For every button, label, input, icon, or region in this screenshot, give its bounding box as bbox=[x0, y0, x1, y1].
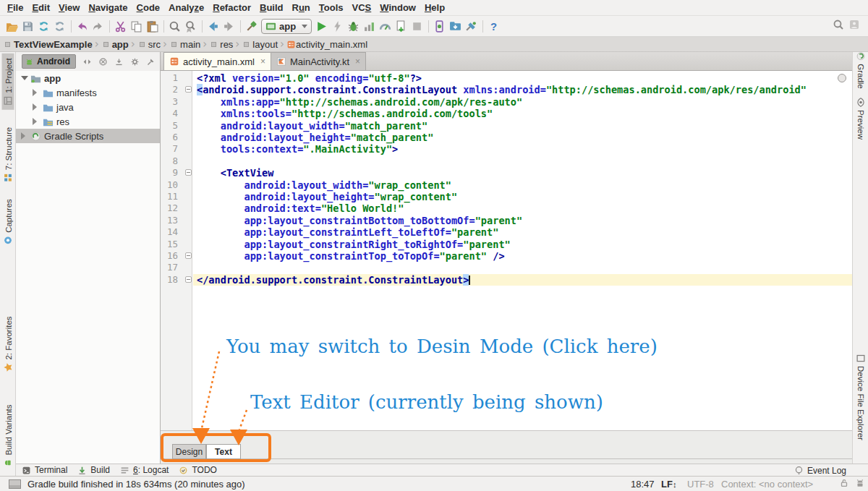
lock-indicator[interactable] bbox=[839, 478, 849, 490]
tool-window-toggle-icon[interactable] bbox=[9, 479, 21, 489]
menu-code[interactable]: Code bbox=[132, 2, 165, 13]
editor-gutter: 123456789101112131415161718 bbox=[161, 71, 192, 430]
tree-item-manifests[interactable]: manifests bbox=[16, 85, 160, 100]
stripe--project[interactable]: 1: Project bbox=[2, 54, 14, 110]
apply-changes-button[interactable] bbox=[331, 20, 344, 33]
event-log-button[interactable]: Event Log bbox=[794, 464, 846, 477]
menu-view[interactable]: View bbox=[54, 2, 84, 13]
tree-expand-arrow[interactable] bbox=[21, 132, 25, 140]
menu-run[interactable]: Run bbox=[288, 2, 315, 13]
help-button[interactable]: ? bbox=[488, 20, 500, 33]
refresh-button[interactable] bbox=[54, 20, 66, 33]
breadcrumb-src[interactable]: src bbox=[137, 39, 161, 50]
profile-button[interactable] bbox=[363, 20, 375, 33]
encoding-indicator[interactable]: UTF-8 bbox=[687, 479, 714, 490]
breadcrumb-app[interactable]: app bbox=[101, 39, 129, 50]
run-with-coverage-button[interactable] bbox=[395, 20, 407, 33]
sdk-manager-button[interactable] bbox=[449, 20, 461, 33]
avd-manager-button[interactable] bbox=[433, 20, 446, 33]
fold-marker[interactable] bbox=[185, 86, 192, 93]
undo-button[interactable] bbox=[76, 20, 88, 33]
editor-tab-MainActivity.kt[interactable]: MainActivity.kt× bbox=[271, 52, 366, 70]
tree-expand-arrow[interactable] bbox=[33, 89, 37, 96]
stop-button[interactable] bbox=[411, 20, 423, 33]
find-button[interactable] bbox=[169, 20, 181, 33]
close-tab-icon[interactable]: × bbox=[260, 56, 265, 67]
breadcrumb-TextViewExample[interactable]: TextViewExample bbox=[3, 39, 93, 50]
tool-window-button-todo[interactable]: TODO bbox=[179, 465, 216, 475]
redo-button[interactable] bbox=[92, 20, 104, 33]
breadcrumb-res[interactable]: res bbox=[209, 39, 233, 50]
paste-button[interactable] bbox=[146, 20, 158, 33]
tree-item-java[interactable]: java bbox=[16, 100, 160, 114]
tree-expand-arrow[interactable] bbox=[33, 103, 37, 111]
user-box-button[interactable] bbox=[848, 18, 860, 31]
menu-analyze[interactable]: Analyze bbox=[164, 2, 208, 13]
stripe-captures[interactable]: Captures bbox=[4, 199, 13, 245]
tree-item-gradle-scripts[interactable]: Gradle Scripts bbox=[16, 129, 160, 143]
context-indicator[interactable]: Context: <no context> bbox=[721, 479, 813, 490]
arrows-lr-button[interactable] bbox=[82, 57, 92, 67]
menu-navigate[interactable]: Navigate bbox=[84, 2, 132, 13]
tree-item-res[interactable]: res bbox=[16, 114, 160, 129]
close-tab-icon[interactable]: × bbox=[355, 56, 360, 67]
find-usages-button[interactable] bbox=[184, 20, 197, 33]
run-configuration-combo[interactable]: app bbox=[261, 19, 312, 34]
coverage-button[interactable] bbox=[379, 20, 391, 33]
target-button[interactable] bbox=[98, 57, 108, 67]
menu-edit[interactable]: Edit bbox=[27, 2, 54, 13]
inspections-icon[interactable] bbox=[838, 74, 846, 82]
tool-window-button-build[interactable]: Build bbox=[77, 465, 110, 475]
stripe-build-variants[interactable]: Build Variants bbox=[4, 404, 13, 467]
stripe--favorites[interactable]: 2: Favorites bbox=[4, 316, 13, 372]
fold-marker[interactable] bbox=[185, 276, 192, 283]
search-button[interactable] bbox=[832, 18, 844, 31]
design-mode-tab[interactable]: Design bbox=[172, 444, 206, 459]
sync-button[interactable] bbox=[38, 20, 50, 33]
stripe-device-file-explorer[interactable]: Device File Explorer bbox=[856, 354, 866, 440]
menu-vcs[interactable]: VCS bbox=[348, 2, 376, 13]
pin-button[interactable] bbox=[146, 57, 156, 67]
menu-build[interactable]: Build bbox=[255, 2, 288, 13]
copy-button[interactable] bbox=[130, 20, 142, 33]
tool-window-button--logcat[interactable]: 6: Logcat bbox=[120, 465, 169, 475]
cut-button[interactable] bbox=[114, 20, 127, 33]
breadcrumb-layout[interactable]: layout bbox=[242, 39, 278, 50]
make-button[interactable] bbox=[245, 20, 258, 33]
menu-window[interactable]: Window bbox=[375, 2, 420, 13]
debug-button[interactable] bbox=[347, 20, 359, 33]
back-button[interactable] bbox=[207, 20, 219, 33]
menu-file[interactable]: File bbox=[3, 2, 27, 13]
collapse-button[interactable] bbox=[114, 57, 124, 67]
menu-tools[interactable]: Tools bbox=[315, 2, 348, 13]
tree-item-app[interactable]: app bbox=[16, 71, 160, 85]
tree-expand-arrow[interactable] bbox=[33, 118, 37, 125]
fold-marker[interactable] bbox=[185, 252, 192, 259]
breadcrumb-activity_main.xml[interactable]: activity_main.xml bbox=[286, 39, 367, 50]
text-mode-tab[interactable]: Text bbox=[206, 444, 241, 459]
forward-button[interactable] bbox=[223, 20, 235, 33]
editor-tab-activity_main.xml[interactable]: activity_main.xml× bbox=[163, 52, 271, 70]
fold-marker[interactable] bbox=[185, 169, 192, 176]
profile-icon bbox=[363, 20, 375, 33]
breadcrumb-main[interactable]: main bbox=[169, 39, 200, 50]
line-ending-indicator[interactable]: LF↕ bbox=[661, 479, 676, 490]
open-button[interactable] bbox=[6, 20, 18, 33]
tree-expand-arrow[interactable] bbox=[21, 76, 28, 80]
project-view-selector[interactable]: Android bbox=[22, 54, 76, 69]
menu-refactor[interactable]: Refactor bbox=[208, 2, 255, 13]
stripe-gradle[interactable]: Gradle bbox=[856, 51, 866, 89]
stripe--structure[interactable]: 7: Structure bbox=[4, 127, 13, 182]
code-editor[interactable]: 123456789101112131415161718 <?xml versio… bbox=[161, 71, 852, 430]
editor-code-area[interactable]: <?xml version="1.0" encoding="utf-8"?><a… bbox=[193, 71, 852, 430]
code-line-12: android:text="Hello World!" bbox=[193, 202, 852, 214]
tool-window-button-terminal[interactable]: Terminal bbox=[22, 465, 67, 475]
line-number: 1 bbox=[161, 72, 178, 84]
stripe-preview[interactable]: Preview bbox=[856, 98, 866, 140]
run-button[interactable] bbox=[315, 20, 328, 33]
save-button[interactable] bbox=[22, 20, 34, 33]
gear-button[interactable] bbox=[130, 57, 140, 67]
android-indicator[interactable] bbox=[855, 478, 865, 490]
menu-help[interactable]: Help bbox=[420, 2, 449, 13]
attach-debugger-button[interactable] bbox=[465, 20, 477, 33]
